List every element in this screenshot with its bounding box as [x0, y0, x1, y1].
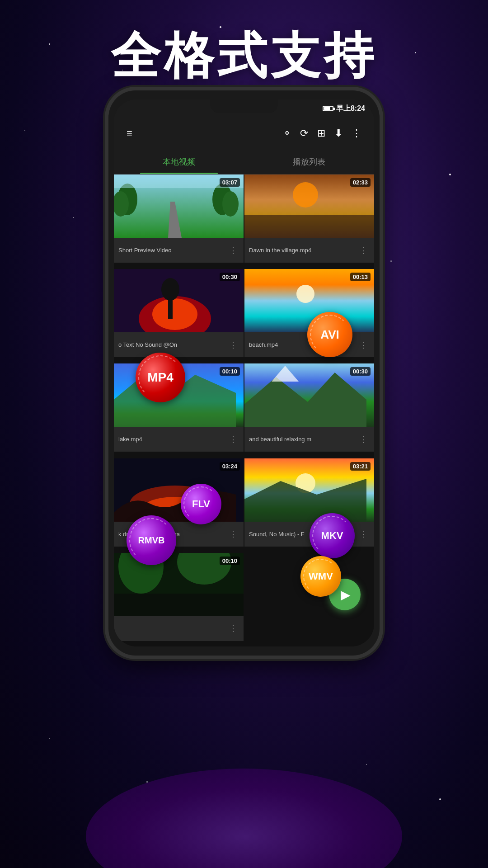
search-icon[interactable]: ⚬ [279, 124, 295, 143]
notch [210, 99, 278, 113]
video-thumbnail: 00:10 [114, 553, 244, 616]
svg-rect-9 [244, 215, 374, 238]
video-info: Short Preview Video ⋮ [114, 238, 244, 263]
app-toolbar: ≡ ⚬ ⟳ ⊞ ⬇ ⋮ [114, 118, 374, 149]
video-thumbnail: 03:24 [114, 458, 244, 522]
video-thumbnail: 03:07 [114, 175, 244, 238]
video-more-button[interactable]: ⋮ [358, 527, 370, 541]
format-badge-mkv: MKV [310, 513, 355, 558]
menu-icon[interactable]: ≡ [123, 124, 136, 143]
more-options-icon[interactable]: ⋮ [348, 124, 365, 143]
format-badge-mp4: MP4 [136, 353, 185, 402]
svg-point-12 [152, 298, 197, 330]
video-item[interactable]: 03:07 Short Preview Video ⋮ [114, 175, 244, 263]
video-thumbnail: 00:30 [114, 269, 244, 332]
svg-point-14 [161, 278, 179, 301]
svg-point-8 [293, 182, 318, 208]
video-duration: 00:13 [350, 273, 371, 281]
planet-decoration [86, 769, 402, 868]
svg-point-4 [222, 191, 239, 217]
video-thumbnail: 03:21 [244, 458, 374, 522]
video-title: and beautiful relaxing m [249, 436, 358, 443]
video-title: o Text No Sound @On [118, 341, 227, 348]
format-badge-wmv: WMV [300, 556, 341, 597]
download-icon[interactable]: ⬇ [331, 124, 346, 143]
page-title: 全格式支持 [0, 23, 488, 90]
format-badge-avi: AVI [307, 312, 352, 357]
battery-icon [323, 106, 333, 111]
video-more-button[interactable]: ⋮ [227, 244, 239, 257]
video-duration: 03:21 [350, 462, 371, 471]
video-duration: 00:10 [220, 557, 240, 565]
video-title: Dawn in the village.mp4 [249, 247, 358, 254]
video-duration: 02:33 [350, 178, 371, 187]
video-thumbnail: 02:33 [244, 175, 374, 238]
video-more-button[interactable]: ⋮ [358, 338, 370, 352]
video-item[interactable]: 02:33 Dawn in the village.mp4 ⋮ [244, 175, 374, 263]
video-title: Short Preview Video [118, 247, 227, 254]
video-duration: 03:24 [220, 462, 240, 471]
video-duration: 03:07 [220, 178, 240, 187]
phone-mockup: 早上8:24 ≡ ⚬ ⟳ ⊞ ⬇ ⋮ 本地视频 [108, 90, 380, 656]
grid-icon[interactable]: ⊞ [314, 124, 329, 143]
video-info: o Text No Sound @On ⋮ [114, 332, 244, 357]
svg-rect-31 [114, 594, 244, 616]
video-info: ⋮ [114, 616, 244, 641]
video-duration: 00:30 [350, 367, 371, 376]
video-more-button[interactable]: ⋮ [358, 244, 370, 257]
video-info: lake.mp4 ⋮ [114, 427, 244, 452]
toolbar-right: ⚬ ⟳ ⊞ ⬇ ⋮ [279, 124, 365, 143]
video-thumbnail: 00:13 [244, 269, 374, 332]
video-item[interactable]: 00:10 ⋮ [114, 553, 244, 641]
video-duration: 00:30 [220, 273, 240, 281]
video-more-button[interactable]: ⋮ [227, 527, 239, 541]
tabs-bar: 本地视频 播放列表 [114, 149, 374, 175]
video-info: Dawn in the village.mp4 ⋮ [244, 238, 374, 263]
svg-point-16 [296, 285, 314, 303]
video-item[interactable]: 00:30 and beautiful relaxing m ⋮ [244, 363, 374, 452]
format-badge-rmvb: RMVB [127, 515, 176, 565]
format-badge-flv: FLV [181, 484, 221, 524]
tab-playlist[interactable]: 播放列表 [244, 149, 374, 174]
video-more-button[interactable]: ⋮ [227, 622, 239, 635]
video-more-button[interactable]: ⋮ [227, 338, 239, 352]
video-more-button[interactable]: ⋮ [358, 433, 370, 446]
video-info: and beautiful relaxing m ⋮ [244, 427, 374, 452]
video-item[interactable]: 00:30 o Text No Sound @On ⋮ [114, 269, 244, 357]
status-time: 早上8:24 [336, 104, 365, 113]
video-duration: 00:10 [220, 367, 240, 376]
video-title: lake.mp4 [118, 436, 227, 443]
refresh-icon[interactable]: ⟳ [296, 124, 312, 143]
video-thumbnail: 00:30 [244, 363, 374, 427]
video-more-button[interactable]: ⋮ [227, 433, 239, 446]
tab-local-video[interactable]: 本地视频 [114, 149, 244, 174]
